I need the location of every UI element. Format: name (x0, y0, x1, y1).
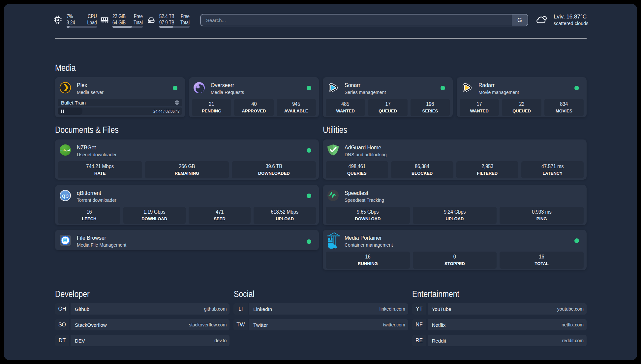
svg-text:qb: qb (62, 193, 69, 199)
svg-text:nzbget: nzbget (61, 149, 70, 152)
